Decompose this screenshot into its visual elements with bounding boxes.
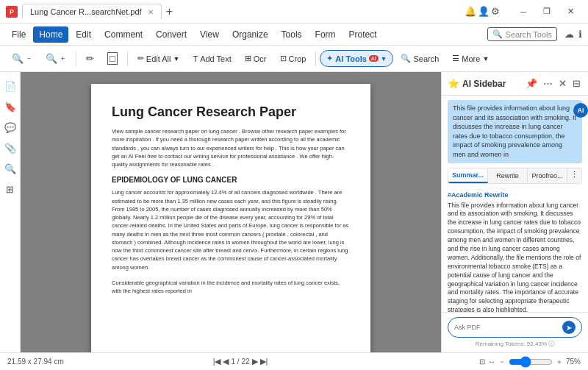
fit-page-btn[interactable]: ⊡ bbox=[479, 357, 485, 366]
menu-organize[interactable]: Organize bbox=[226, 26, 274, 43]
ai-close-btn[interactable]: ✕ bbox=[557, 77, 568, 90]
search-label: Search bbox=[413, 54, 439, 63]
menu-form[interactable]: Form bbox=[309, 26, 342, 43]
crop-btn[interactable]: ⊡ Crop bbox=[274, 51, 312, 66]
add-text-label: Add Text bbox=[200, 54, 232, 63]
ai-tokens-text: Remaining Tokens: 92.43% ⓘ bbox=[448, 340, 582, 348]
first-page-btn[interactable]: |◀ bbox=[213, 357, 221, 366]
ai-tab-proofread[interactable]: Proofreo... bbox=[528, 168, 567, 183]
left-sidebar: 📄 🔖 💬 📎 🔍 ⊞ bbox=[0, 72, 21, 352]
ai-tokens-info-icon[interactable]: ⓘ bbox=[548, 341, 554, 347]
ocr-btn[interactable]: ⊞ Ocr bbox=[239, 51, 273, 66]
zoom-out-status-btn[interactable]: － bbox=[498, 357, 506, 367]
statusbar: 21.59 x 27.94 cm |◀ ◀ 1 / 22 ▶ ▶| ⊡ ↔ － … bbox=[0, 352, 588, 370]
ai-menu-btn[interactable]: ⋯ bbox=[542, 77, 554, 90]
next-page-btn[interactable]: ▶ bbox=[252, 357, 258, 366]
ask-pdf-input[interactable] bbox=[454, 324, 559, 331]
pdf-page: Lung Cancer Research Paper View sample c… bbox=[91, 84, 370, 352]
add-text-icon: T bbox=[193, 54, 198, 63]
total-pages: 22 bbox=[241, 357, 249, 366]
sidebar-attachment-icon[interactable]: 📎 bbox=[2, 140, 18, 156]
menu-protect[interactable]: Protect bbox=[343, 26, 383, 43]
menu-search-tools[interactable]: 🔍 Search Tools bbox=[487, 27, 557, 41]
zoom-percent: 75% bbox=[566, 357, 581, 366]
ai-pin-btn[interactable]: 📌 bbox=[524, 77, 539, 90]
cloud-icon[interactable]: ☁ bbox=[564, 29, 574, 40]
dropdown-icon: ▼ bbox=[173, 55, 180, 63]
ocr-icon: ⊞ bbox=[245, 54, 251, 63]
menu-view[interactable]: View bbox=[194, 26, 225, 43]
ai-settings-btn[interactable]: ⊟ bbox=[571, 77, 582, 90]
ai-tools-btn[interactable]: ✦ AI Tools AI ▼ bbox=[320, 50, 393, 67]
restore-btn[interactable]: ❐ bbox=[535, 0, 559, 24]
separator-1 bbox=[76, 51, 76, 66]
sidebar-page-icon[interactable]: 📄 bbox=[2, 78, 18, 94]
toolbar: 🔍 － 🔍 ＋ ✏ □ ✏ Edit All ▼ T Add Text ⊞ Oc… bbox=[0, 46, 588, 72]
titlebar: P Lung Cancer R...searchNet.pdf ✕ + 🔔 👤 … bbox=[0, 0, 588, 24]
menu-comment[interactable]: Comment bbox=[98, 26, 148, 43]
ai-tools-badge: AI bbox=[369, 55, 379, 62]
zoom-in-btn[interactable]: 🔍 ＋ bbox=[40, 50, 72, 67]
menu-edit[interactable]: Edit bbox=[70, 26, 97, 43]
settings-icon[interactable]: ⚙ bbox=[491, 6, 500, 17]
minimize-btn[interactable]: ─ bbox=[512, 0, 535, 24]
search-btn[interactable]: 🔍 Search bbox=[395, 51, 445, 66]
close-btn[interactable]: ✕ bbox=[559, 0, 582, 24]
active-tab[interactable]: Lung Cancer R...searchNet.pdf ✕ bbox=[22, 4, 162, 19]
sidebar-search-icon[interactable]: 🔍 bbox=[2, 160, 18, 177]
last-page-btn[interactable]: ▶| bbox=[260, 357, 268, 366]
page-nav: |◀ ◀ 1 / 22 ▶ ▶| bbox=[213, 357, 268, 366]
zoom-out-btn[interactable]: 🔍 － bbox=[6, 50, 38, 67]
zoom-in-status-btn[interactable]: ＋ bbox=[556, 357, 563, 367]
notification-icon[interactable]: 🔔 bbox=[465, 6, 476, 17]
sidebar-comment-icon[interactable]: 💬 bbox=[2, 119, 18, 135]
prev-page-btn[interactable]: ◀ bbox=[223, 357, 229, 366]
menu-tools[interactable]: Tools bbox=[276, 26, 308, 43]
tab-close-btn[interactable]: ✕ bbox=[148, 8, 154, 16]
main-area: 📄 🔖 💬 📎 🔍 ⊞ Lung Cancer Research Paper V… bbox=[0, 72, 588, 352]
menu-home[interactable]: Home bbox=[33, 26, 68, 43]
pdf-viewer[interactable]: Lung Cancer Research Paper View sample c… bbox=[21, 72, 441, 352]
pdf-section1-title: EPIDEMIOLOGY OF LUNG CANCER bbox=[112, 176, 350, 184]
menu-file[interactable]: File bbox=[6, 26, 32, 43]
ai-sidebar-header: ⭐ AI Sidebar 📌 ⋯ ✕ ⊟ bbox=[442, 72, 588, 96]
ai-tabs-more-btn[interactable]: ⋮ bbox=[567, 168, 581, 183]
highlight-btn[interactable]: ✏ bbox=[80, 50, 100, 67]
tab-bar: Lung Cancer R...searchNet.pdf ✕ + bbox=[22, 4, 177, 19]
ai-tab-rewrite[interactable]: Rewrite bbox=[488, 168, 528, 183]
sidebar-bookmark-icon[interactable]: 🔖 bbox=[2, 99, 18, 115]
sidebar-grid-icon[interactable]: ⊞ bbox=[2, 181, 18, 197]
zoom-slider[interactable] bbox=[509, 356, 553, 368]
ai-highlight-text: This file provides information about lun… bbox=[453, 104, 576, 158]
menubar: File Home Edit Comment Convert View Orga… bbox=[0, 24, 588, 46]
fit-width-btn[interactable]: ↔ bbox=[488, 357, 495, 366]
add-text-btn[interactable]: T Add Text bbox=[187, 51, 237, 66]
ai-sidebar-title: AI Sidebar bbox=[462, 79, 521, 89]
menu-convert[interactable]: Convert bbox=[150, 26, 193, 43]
ai-content: #Academic Rewrite This file provides inf… bbox=[442, 187, 588, 312]
rectangle-btn[interactable]: □ bbox=[101, 49, 123, 68]
highlight-icon: ✏ bbox=[86, 53, 94, 64]
more-icon: ☰ bbox=[452, 54, 459, 63]
search-tools-icon: 🔍 bbox=[492, 29, 503, 39]
ai-avatar: AI bbox=[573, 103, 588, 118]
ai-tabs: Summar... Rewrite Proofreo... ⋮ bbox=[448, 168, 582, 184]
account-icon[interactable]: 👤 bbox=[478, 6, 490, 17]
new-tab-btn[interactable]: + bbox=[162, 5, 177, 18]
search-tools-label: Search Tools bbox=[506, 30, 552, 39]
pdf-section1-body: Lung cancer accounts for approximately 1… bbox=[112, 188, 350, 271]
ai-sidebar: ⭐ AI Sidebar 📌 ⋯ ✕ ⊟ This file provides … bbox=[441, 72, 588, 352]
ai-content-text: This file provides information about lun… bbox=[448, 202, 582, 312]
ai-dropdown-icon: ▼ bbox=[381, 55, 387, 63]
edit-all-btn[interactable]: ✏ Edit All ▼ bbox=[132, 51, 186, 66]
pdf-intro: View sample cancer research paper on lun… bbox=[112, 127, 350, 168]
zoom-out-icon2: － bbox=[26, 54, 32, 63]
edit-all-icon: ✏ bbox=[137, 54, 144, 63]
ai-tab-summary[interactable]: Summar... bbox=[448, 168, 488, 183]
more-btn[interactable]: ☰ More ▼ bbox=[446, 51, 495, 66]
ai-input-row: ➤ bbox=[448, 317, 582, 338]
ai-send-btn[interactable]: ➤ bbox=[562, 321, 576, 334]
ai-tools-label: AI Tools bbox=[335, 54, 367, 63]
pdf-title: Lung Cancer Research Paper bbox=[112, 104, 350, 120]
info-icon[interactable]: ℹ bbox=[578, 29, 582, 40]
